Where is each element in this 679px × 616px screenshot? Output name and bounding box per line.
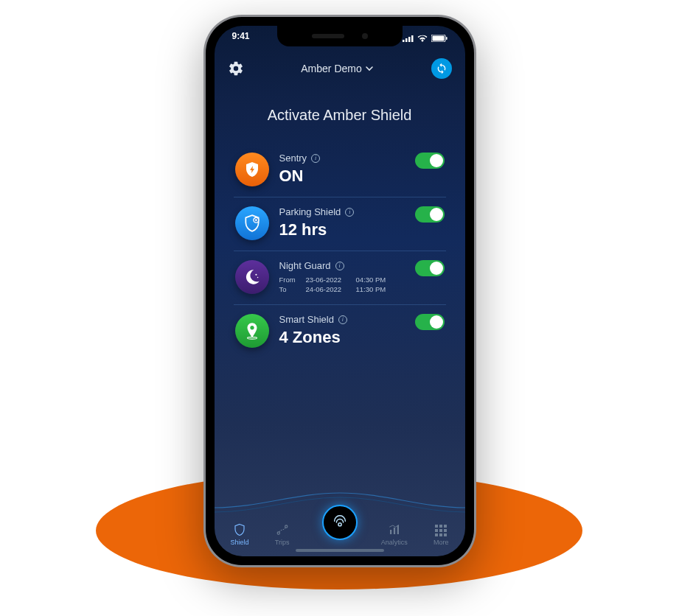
- phone-notch: [277, 26, 403, 46]
- broadcast-icon: [332, 514, 348, 531]
- svg-rect-5: [432, 36, 444, 41]
- to-date: 24-06-2022: [306, 285, 350, 293]
- nav-center-button[interactable]: [322, 505, 358, 540]
- from-date: 23-06-2022: [306, 276, 350, 284]
- from-label: From: [279, 276, 300, 284]
- signal-icon: [403, 35, 414, 42]
- to-time: 11:30 PM: [356, 285, 386, 293]
- svg-rect-2: [408, 37, 411, 42]
- night-from-row: From 23-06-2022 04:30 PM: [279, 276, 405, 284]
- app-header: Amber Demo: [215, 58, 465, 79]
- sentry-badge: [235, 153, 269, 186]
- card-sentry: Sentry i ON: [234, 144, 446, 197]
- card-parking-shield: Parking Shield i 12 hrs: [234, 197, 446, 251]
- parking-badge: [235, 206, 269, 240]
- svg-point-25: [338, 523, 341, 526]
- shield-list: Sentry i ON Parking Shield: [234, 144, 446, 358]
- refresh-button[interactable]: [431, 58, 452, 79]
- svg-rect-20: [439, 529, 442, 532]
- svg-point-11: [277, 532, 279, 534]
- sync-icon: [436, 63, 448, 74]
- svg-point-9: [257, 277, 258, 279]
- from-time: 04:30 PM: [356, 276, 386, 284]
- svg-rect-16: [435, 525, 438, 528]
- gear-icon: [228, 60, 244, 77]
- svg-point-10: [247, 337, 257, 339]
- svg-rect-22: [435, 533, 438, 536]
- parking-shield-icon: [243, 214, 262, 233]
- svg-rect-3: [411, 35, 414, 42]
- wifi-icon: [417, 35, 428, 42]
- svg-rect-21: [444, 529, 447, 532]
- night-label: Night Guard: [279, 260, 331, 271]
- trips-icon: [276, 523, 289, 536]
- phone-frame: 9:41 Amber Demo: [203, 15, 476, 567]
- nav-more[interactable]: More: [433, 525, 449, 546]
- sentry-shield-icon: [243, 161, 261, 178]
- status-indicators: [403, 31, 448, 46]
- card-smart-shield: Smart Shield i 4 Zones: [234, 304, 446, 358]
- parking-toggle[interactable]: [415, 206, 445, 223]
- svg-rect-17: [439, 525, 442, 528]
- svg-rect-24: [444, 533, 447, 536]
- moon-icon: [243, 267, 262, 287]
- info-icon[interactable]: i: [345, 208, 354, 217]
- home-indicator: [296, 549, 384, 552]
- svg-rect-18: [444, 525, 447, 528]
- location-pin-icon: [243, 321, 262, 340]
- grid-icon: [435, 525, 447, 536]
- night-toggle[interactable]: [415, 260, 445, 276]
- smart-value: 4 Zones: [279, 328, 405, 347]
- phone-bezel: 9:41 Amber Demo: [206, 17, 474, 565]
- info-icon[interactable]: i: [311, 154, 320, 163]
- nav-analytics[interactable]: Analytics: [381, 523, 408, 546]
- svg-rect-13: [390, 530, 391, 534]
- nav-shield[interactable]: Shield: [231, 523, 249, 546]
- settings-button[interactable]: [228, 60, 244, 77]
- app-screen: 9:41 Amber Demo: [215, 26, 465, 556]
- svg-rect-6: [446, 37, 448, 40]
- parking-value: 12 hrs: [279, 220, 405, 239]
- bottom-nav: Shield Trips Analytics More: [215, 490, 465, 556]
- smart-badge: [235, 314, 269, 348]
- smart-label: Smart Shield: [279, 314, 334, 325]
- to-label: To: [279, 285, 300, 293]
- sentry-value: ON: [279, 167, 405, 186]
- sentry-label: Sentry: [279, 153, 307, 164]
- svg-rect-15: [397, 525, 399, 534]
- svg-point-8: [255, 274, 257, 276]
- chevron-down-icon: [365, 64, 374, 73]
- smart-toggle[interactable]: [415, 314, 445, 330]
- status-time: 9:41: [232, 31, 250, 46]
- night-badge: [235, 260, 269, 294]
- svg-rect-14: [394, 528, 395, 534]
- night-to-row: To 24-06-2022 11:30 PM: [279, 285, 405, 293]
- device-selector[interactable]: Amber Demo: [301, 63, 373, 74]
- svg-rect-19: [435, 529, 438, 532]
- shield-icon: [233, 523, 246, 536]
- svg-point-12: [285, 525, 287, 528]
- device-name: Amber Demo: [301, 63, 361, 74]
- svg-rect-1: [405, 38, 408, 42]
- svg-rect-0: [403, 40, 405, 42]
- page-title: Activate Amber Shield: [215, 107, 465, 124]
- info-icon[interactable]: i: [338, 315, 347, 324]
- battery-icon: [431, 35, 448, 42]
- nav-trips[interactable]: Trips: [275, 523, 290, 546]
- info-icon[interactable]: i: [335, 262, 344, 270]
- card-night-guard: Night Guard i From 23-06-2022 04:30 PM T…: [234, 251, 446, 304]
- parking-label: Parking Shield: [279, 206, 341, 217]
- svg-rect-23: [439, 533, 442, 536]
- analytics-icon: [388, 523, 401, 536]
- sentry-toggle[interactable]: [415, 153, 445, 169]
